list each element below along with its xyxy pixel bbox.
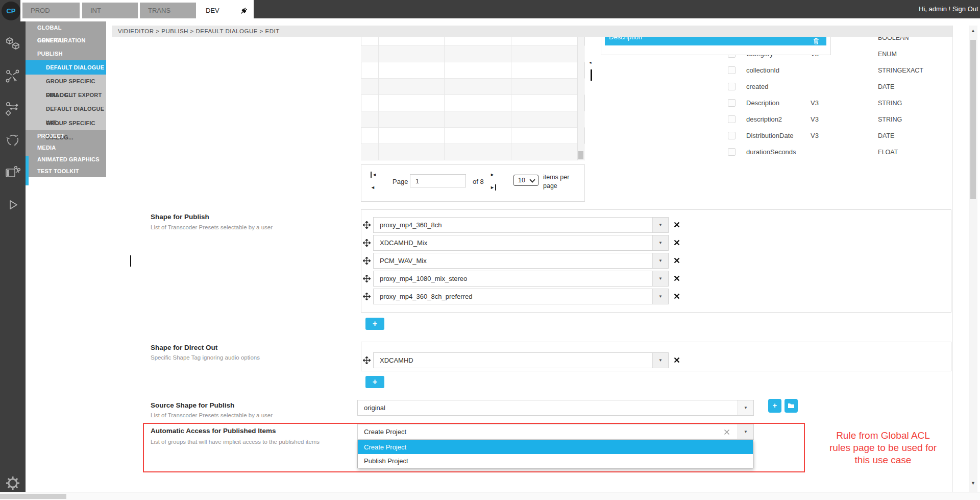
add-shape-button[interactable]: + [365, 318, 384, 330]
tab-int[interactable]: INT [82, 3, 138, 18]
drag-handle-icon[interactable] [363, 239, 371, 247]
drag-handle-icon[interactable] [363, 275, 371, 282]
sidebar-item-default-dialogue[interactable]: DEFAULT DIALOGUE [26, 60, 106, 75]
settings-gear-icon[interactable] [5, 475, 21, 491]
field-type-cell: STRING [878, 111, 902, 128]
table-row: description2 V3 STRING [361, 111, 585, 128]
shape-preset-select[interactable]: proxy_mp4_360_8ch ▼ [373, 217, 669, 233]
lifecycle-icon[interactable] [5, 132, 21, 148]
remove-preset-icon[interactable] [674, 275, 680, 281]
splitter-handle[interactable] [591, 69, 592, 81]
user-greeting: Hi, admin ! [919, 0, 950, 18]
workflow-icon[interactable] [5, 101, 21, 117]
dropdown-arrow-icon[interactable]: ▼ [738, 424, 753, 439]
sign-out-link[interactable]: Sign Out [952, 0, 978, 18]
row-checkbox[interactable] [728, 99, 736, 107]
auto-access-subtitle: List of groups that will have implicit a… [151, 439, 320, 445]
field-v3-cell: V3 [811, 111, 819, 128]
table-scrollbar[interactable] [577, 28, 584, 160]
scroll-down-icon[interactable]: ▼ [971, 481, 975, 486]
row-checkbox[interactable] [728, 148, 736, 156]
next-page-button[interactable]: ► [490, 172, 495, 178]
browse-folder-button[interactable] [785, 399, 798, 413]
field-name-cell: collectionId [746, 62, 779, 79]
sidebar-item-final-cut-export[interactable]: FINAL CUT EXPORT [26, 88, 106, 102]
dropdown-arrow-icon[interactable]: ▼ [652, 253, 668, 268]
breadcrumb-bar: VIDIEDITOR > PUBLISH > DEFAULT DIALOGUE … [112, 26, 952, 37]
option-create-project[interactable]: Create Project [358, 440, 753, 454]
player-icon[interactable] [5, 197, 21, 213]
auto-access-value: Create Project [358, 424, 753, 439]
description-field-title: Description [609, 37, 826, 41]
sidebar-item-test-toolkit[interactable]: TEST TOOLKIT [26, 165, 106, 177]
sidebar-item-media[interactable]: MEDIA [26, 142, 106, 154]
field-type-cell: DATE [878, 128, 894, 144]
drag-handle-icon[interactable] [363, 293, 371, 300]
source-shape-select[interactable]: original ▼ [357, 400, 754, 416]
app-logo[interactable]: CP [2, 2, 20, 20]
scroll-up-icon[interactable]: ▲ [971, 28, 975, 33]
trash-icon[interactable] [813, 38, 819, 44]
drag-handle-icon[interactable] [363, 356, 371, 364]
horizontal-scrollbar[interactable] [0, 492, 980, 500]
remove-preset-icon[interactable] [674, 240, 680, 246]
sidebar-item-publish[interactable]: PUBLISH [26, 47, 106, 60]
first-page-button[interactable]: ◄ [371, 172, 377, 178]
source-shape-value: original [358, 400, 753, 415]
clear-selection-icon[interactable] [724, 429, 730, 435]
direct-out-select[interactable]: XDCAMHD ▼ [373, 352, 669, 368]
tab-prod[interactable]: PROD [22, 3, 80, 18]
add-source-shape-button[interactable]: + [768, 399, 781, 413]
dropdown-arrow-icon[interactable]: ▼ [652, 353, 668, 368]
items-per-page-label: items per page [543, 173, 580, 191]
items-per-page-select[interactable]: 10 [513, 175, 538, 186]
auto-access-combobox[interactable]: Create Project ▼ [357, 424, 754, 440]
tab-label: INT [90, 7, 101, 14]
sidebar-item-default-dialogue-with[interactable]: DEFAULT DIALOGUE WIT... [26, 102, 106, 116]
remove-preset-icon[interactable] [674, 357, 680, 363]
dropdown-arrow-icon[interactable]: ▼ [652, 235, 668, 250]
sidebar-item-global-configuration[interactable]: GLOBAL CONFIGURATION [26, 21, 106, 34]
dropdown-arrow-icon[interactable]: ▼ [652, 218, 668, 232]
shape-preset-value: proxy_mp4_360_8ch [374, 218, 668, 232]
video-editor-icon[interactable] [5, 164, 21, 181]
remove-preset-icon[interactable] [674, 293, 680, 299]
sidebar-item-animated-graphics[interactable]: ANIMATED GRAPHICS [26, 154, 106, 165]
dropdown-arrow-icon[interactable]: ▼ [652, 271, 668, 286]
option-publish-project[interactable]: Publish Project [358, 454, 753, 468]
shape-preset-select[interactable]: proxy_mp4_1080_mix_stereo ▼ [373, 271, 669, 287]
page-number-input[interactable] [410, 174, 466, 187]
field-name-cell: created [746, 79, 768, 95]
add-direct-out-button[interactable]: + [365, 376, 384, 388]
row-checkbox[interactable] [728, 83, 736, 90]
sidebar-item-project[interactable]: PROJECT [26, 130, 106, 142]
row-checkbox[interactable] [728, 132, 736, 139]
drag-handle-icon[interactable] [363, 257, 371, 265]
tab-trans[interactable]: TRANS [140, 3, 196, 18]
plug-icon [239, 7, 248, 15]
sidebar-item-group-specific-dialogue-2[interactable]: GROUP SPECIFIC DIALOG... [26, 116, 106, 130]
splitter-arrow-icon[interactable]: ◄ [589, 61, 592, 64]
table-scrollbar-thumb[interactable] [578, 151, 583, 159]
drag-handle-icon[interactable] [363, 221, 371, 229]
remove-preset-icon[interactable] [674, 257, 680, 264]
design-icon[interactable] [5, 68, 21, 85]
vertical-scrollbar-thumb[interactable] [970, 40, 976, 199]
sidebar-item-general[interactable]: GENERAL [26, 34, 106, 47]
row-checkbox[interactable] [728, 115, 736, 123]
field-name-cell: description2 [746, 111, 782, 128]
horizontal-scrollbar-thumb[interactable] [0, 494, 66, 499]
sidebar-item-group-specific-dialogue[interactable]: GROUP SPECIFIC DIALOG... [26, 75, 106, 88]
tab-dev[interactable]: DEV [198, 3, 254, 21]
shape-preset-select[interactable]: proxy_mp4_360_8ch_preferred ▼ [373, 289, 669, 304]
shape-preset-select[interactable]: PCM_WAV_Mix ▼ [373, 253, 669, 269]
row-checkbox[interactable] [728, 66, 736, 74]
last-page-button[interactable]: ► [490, 184, 496, 191]
dropdown-arrow-icon[interactable]: ▼ [652, 289, 668, 304]
dropdown-arrow-icon[interactable]: ▼ [738, 400, 753, 415]
table-row: collectionId STRINGEXACT [361, 62, 585, 79]
prev-page-button[interactable]: ◄ [371, 184, 375, 191]
remove-preset-icon[interactable] [674, 222, 680, 228]
modules-icon[interactable] [5, 36, 21, 52]
shape-preset-select[interactable]: XDCAMHD_Mix ▼ [373, 235, 669, 251]
